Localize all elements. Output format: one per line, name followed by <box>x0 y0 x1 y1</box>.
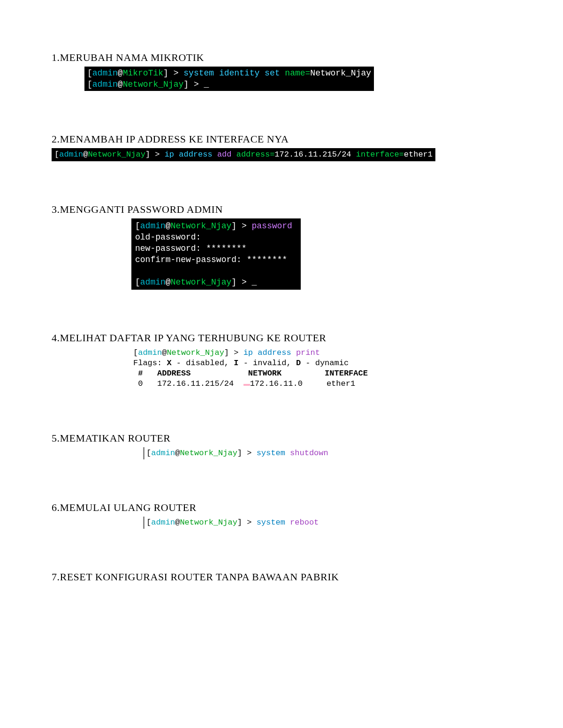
host: Network_Njay <box>171 278 232 287</box>
ip-value: 172.16.11.215/24 <box>274 150 351 159</box>
command: system <box>257 518 285 527</box>
subcommand: reboot <box>290 518 319 527</box>
row-address: 172.16.11.215/24 <box>157 379 234 388</box>
subcommand: shutdown <box>290 449 328 458</box>
col-num: # <box>133 369 157 378</box>
host: Network_Njay <box>171 221 232 231</box>
user: admin <box>140 221 166 231</box>
heading-3: 3.MENGGANTI PASSWORD ADMIN <box>52 203 511 216</box>
host: Network_Njay <box>88 150 145 159</box>
heading-1: 1.MERUBAH NAMA MIKROTIK <box>52 52 511 64</box>
flag-x-text: - disabled, <box>172 359 234 368</box>
terminal-1: [admin@MikroTik] > system identity set n… <box>84 67 374 91</box>
user: admin <box>140 278 166 287</box>
terminal-3: [admin@Network_Njay] > password old-pass… <box>131 218 301 290</box>
flag-d-text: - dynamic <box>301 359 349 368</box>
command: password <box>251 221 292 231</box>
col-address: ADDRESS <box>157 369 190 378</box>
cursor: _ <box>251 278 257 287</box>
command: ip address <box>165 150 213 159</box>
section-4: 4.MELIHAT DAFTAR IP YANG TERHUBUNG KE RO… <box>52 332 511 390</box>
section-1: 1.MERUBAH NAMA MIKROTIK [admin@MikroTik]… <box>52 52 511 91</box>
command: ip address <box>243 348 291 357</box>
param-value: Network_Njay <box>310 68 371 78</box>
terminal-5: [admin@Network_Njay] > system shutdown <box>143 447 330 459</box>
flag-x: X <box>167 359 171 368</box>
row-interface: ether1 <box>327 379 355 388</box>
document-page: 1.MERUBAH NAMA MIKROTIK [admin@MikroTik]… <box>0 0 563 653</box>
section-3: 3.MENGGANTI PASSWORD ADMIN [admin@Networ… <box>52 203 511 290</box>
heading-2: 2.MENAMBAH IP ADDRESS KE INTERFACE NYA <box>52 133 511 145</box>
user: admin <box>151 449 175 458</box>
cursor: _ <box>204 80 209 89</box>
col-network: NETWORK <box>248 369 282 378</box>
flag-d: D <box>296 359 301 368</box>
param-address: address <box>236 150 270 159</box>
flags-label: Flags: <box>133 359 167 368</box>
user: admin <box>59 150 83 159</box>
host: Network_Njay <box>180 518 237 527</box>
heading-5: 5.MEMATIKAN ROUTER <box>52 432 511 444</box>
section-5: 5.MEMATIKAN ROUTER [admin@Network_Njay] … <box>52 432 511 459</box>
param-interface: interface <box>356 150 399 159</box>
row-num: 0 <box>133 379 157 388</box>
old-password-prompt: old-password: <box>135 233 201 242</box>
host: Network_Njay <box>167 348 224 357</box>
host: Network_Njay <box>180 449 237 458</box>
heading-4: 4.MELIHAT DAFTAR IP YANG TERHUBUNG KE RO… <box>52 332 511 344</box>
interface-value: ether1 <box>404 150 433 159</box>
highlight-icon <box>243 384 250 386</box>
heading-6: 6.MEMULAI ULANG ROUTER <box>52 502 511 514</box>
host: Network_Njay <box>123 80 184 89</box>
host: MikroTik <box>123 68 163 78</box>
subcommand: print <box>296 348 320 357</box>
confirm-password-prompt: confirm-new-password: ******** <box>135 255 287 264</box>
command: system identity set <box>183 68 280 78</box>
section-2: 2.MENAMBAH IP ADDRESS KE INTERFACE NYA [… <box>52 133 511 161</box>
col-interface: INTERFACE <box>325 369 368 378</box>
user: admin <box>138 348 162 357</box>
subcommand: add <box>217 150 232 159</box>
section-6: 6.MEMULAI ULANG ROUTER [admin@Network_Nj… <box>52 502 511 529</box>
row-network: 172.16.11.0 <box>250 379 303 388</box>
flag-i: I <box>234 359 238 368</box>
new-password-prompt: new-password: ******** <box>135 244 247 253</box>
command: system <box>257 449 285 458</box>
heading-7: 7.RESET KONFIGURASI ROUTER TANPA BAWAAN … <box>52 571 511 583</box>
flag-i-text: - invalid, <box>238 359 296 368</box>
user: admin <box>151 518 175 527</box>
terminal-6: [admin@Network_Njay] > system reboot <box>143 517 320 529</box>
param-name: name <box>285 68 305 78</box>
user: admin <box>92 80 118 89</box>
user: admin <box>92 68 118 78</box>
section-7: 7.RESET KONFIGURASI ROUTER TANPA BAWAAN … <box>52 571 511 583</box>
terminal-4: [admin@Network_Njay] > ip address print … <box>131 347 370 390</box>
terminal-2: [admin@Network_Njay] > ip address add ad… <box>52 148 435 161</box>
